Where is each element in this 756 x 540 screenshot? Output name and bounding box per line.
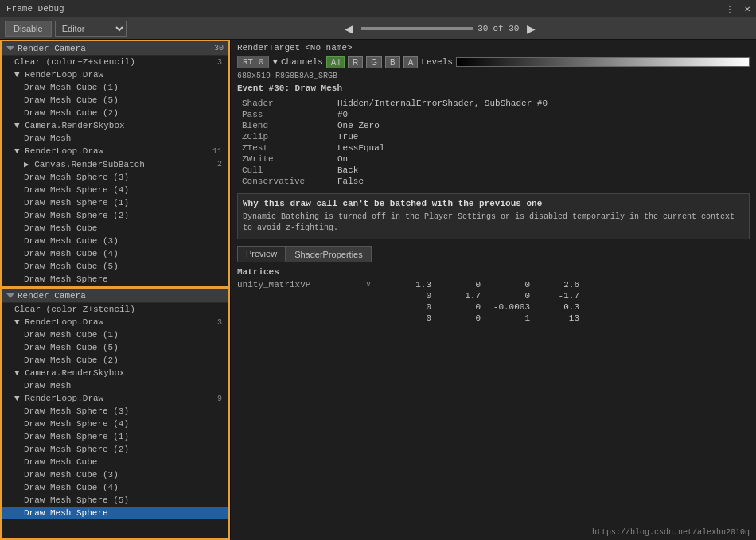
matrix-value: -0.0003 <box>482 302 530 312</box>
close-button[interactable]: ✕ <box>738 0 756 17</box>
tree-item[interactable]: Draw Mesh Sphere <box>2 507 228 519</box>
tree-item[interactable]: Draw Mesh Sphere <box>2 273 228 286</box>
property-row: ShaderHidden/InternalErrorShader, SubSha… <box>237 98 750 109</box>
top-tree: Clear (color+Z+stencil)3▼ RenderLoop.Dra… <box>2 56 228 286</box>
watermark: https://blog.csdn.net/alexhu2010q <box>592 528 750 537</box>
tree-item[interactable]: Draw Mesh Cube (2) <box>2 354 228 367</box>
frame-slider[interactable] <box>361 27 473 30</box>
matrix-value: 1.7 <box>433 291 481 301</box>
tree-item[interactable]: Draw Mesh Sphere (3) <box>2 171 228 184</box>
matrix-row: unity_MatrixVPv1.3002.6 <box>237 280 750 289</box>
bottom-tree-section: Render Camera Clear (color+Z+stencil)▼ R… <box>0 287 230 540</box>
tab-preview[interactable]: Preview <box>237 246 286 262</box>
render-target-bar: RenderTarget <No name> <box>237 43 750 52</box>
tree-item[interactable]: Draw Mesh Cube (3) <box>2 235 228 247</box>
property-value: Hidden/InternalErrorShader, SubShader #0 <box>333 98 750 109</box>
channel-a-button[interactable]: A <box>403 56 419 68</box>
matrices-section: Matrices unity_MatrixVPv1.3002.601.70-1.… <box>237 267 750 324</box>
channels-label: Channels <box>281 57 323 67</box>
property-key: ZClip <box>237 131 333 142</box>
tree-item[interactable]: ▼ RenderLoop.Draw3 <box>2 316 228 328</box>
property-row: CullBack <box>237 165 750 176</box>
top-section-title: Render Camera <box>18 44 86 53</box>
title-bar-text: Frame Debug <box>6 4 64 14</box>
channel-g-button[interactable]: G <box>366 56 382 68</box>
tabs-bar: Preview ShaderProperties <box>237 246 750 262</box>
tree-item[interactable]: Draw Mesh Cube <box>2 456 228 468</box>
property-key: Blend <box>237 120 333 131</box>
tree-item[interactable]: Draw Mesh Cube (5) <box>2 260 228 273</box>
tree-item[interactable]: Draw Mesh Cube (4) <box>2 247 228 260</box>
tree-item[interactable]: Draw Mesh Cube (4) <box>2 481 228 494</box>
tree-item[interactable]: Draw Mesh Cube (1) <box>2 81 228 94</box>
matrix-value: 0 <box>433 313 481 323</box>
property-row: BlendOne Zero <box>237 120 750 131</box>
tree-item[interactable]: Draw Mesh Sphere (4) <box>2 418 228 430</box>
tree-item[interactable]: Draw Mesh Cube <box>2 222 228 235</box>
property-value: LessEqual <box>333 142 750 153</box>
rt-num: RT 0 <box>237 56 269 68</box>
tree-item[interactable]: Draw Mesh Sphere (1) <box>2 196 228 209</box>
tree-item[interactable]: ▼ RenderLoop.Draw <box>2 68 228 81</box>
menu-icon[interactable]: ⋮ <box>721 0 738 17</box>
property-key: ZTest <box>237 142 333 153</box>
editor-select[interactable]: Editor <box>55 21 127 37</box>
right-panel: RenderTarget <No name> RT 0 ▼ Channels A… <box>231 40 756 540</box>
top-section-header: Render Camera 30 <box>2 41 228 56</box>
tree-item[interactable]: ▼ Camera.RenderSkybox <box>2 119 228 132</box>
matrix-value: 2.6 <box>532 280 579 289</box>
tree-item[interactable]: Draw Mesh Sphere (3) <box>2 405 228 418</box>
property-key: Shader <box>237 98 333 109</box>
tab-shader-properties[interactable]: ShaderProperties <box>286 246 372 262</box>
disable-button[interactable]: Disable <box>5 21 52 37</box>
tree-item[interactable]: Draw Mesh Cube (5) <box>2 341 228 354</box>
tree-item[interactable]: Draw Mesh Cube (1) <box>2 328 228 341</box>
tree-item[interactable]: Draw Mesh Sphere (1) <box>2 430 228 443</box>
property-value: On <box>333 153 750 165</box>
property-key: ZWrite <box>237 153 333 165</box>
matrix-value: 1 <box>482 313 530 323</box>
matrix-row: 00113 <box>237 313 750 323</box>
tree-item[interactable]: Draw Mesh Sphere (2) <box>2 209 228 222</box>
property-row: ZTestLessEqual <box>237 142 750 153</box>
collapse-icon <box>6 46 14 51</box>
tree-item[interactable]: Draw Mesh Cube (3) <box>2 468 228 481</box>
tree-item[interactable]: ▼ RenderLoop.Draw9 <box>2 392 228 405</box>
tree-item[interactable]: Draw Mesh Sphere (2) <box>2 443 228 456</box>
matrix-value: 0 <box>384 291 431 301</box>
property-row: ConservativeFalse <box>237 176 750 187</box>
frame-number: 30 <box>477 24 488 33</box>
tree-item[interactable]: ▼ Camera.RenderSkybox <box>2 367 228 379</box>
property-row: Pass#0 <box>237 109 750 120</box>
collapse-icon-2 <box>6 293 14 298</box>
channel-b-button[interactable]: B <box>385 56 400 68</box>
property-value: Back <box>333 165 750 176</box>
channel-all-button[interactable]: All <box>326 56 345 68</box>
bottom-section-title: Render Camera <box>18 291 86 301</box>
channel-r-button[interactable]: R <box>348 56 363 68</box>
tree-item[interactable]: Draw Mesh Cube (2) <box>2 107 228 119</box>
tree-item[interactable]: Draw Mesh Sphere (5) <box>2 494 228 507</box>
channels-dropdown-icon: ▼ <box>272 57 278 67</box>
matrix-value: 0 <box>482 280 530 289</box>
tree-item[interactable]: Draw Mesh Cube (5) <box>2 94 228 107</box>
resolution-line: 680x519 R8G8B8A8_SRGB <box>237 72 750 80</box>
next-frame-button[interactable]: ▶ <box>524 22 539 35</box>
frame-total: of 30 <box>493 24 519 33</box>
event-title: Event #30: Draw Mesh <box>237 84 750 93</box>
prev-frame-button[interactable]: ◀ <box>341 22 357 35</box>
tree-item[interactable]: Clear (color+Z+stencil) <box>2 303 228 316</box>
tree-item[interactable]: ▶ Canvas.RenderSubBatch2 <box>2 157 228 171</box>
tree-item[interactable]: Draw Mesh Sphere (4) <box>2 184 228 196</box>
matrix-value: 0 <box>433 280 481 289</box>
render-target-value: <No name> <box>305 43 352 52</box>
matrix-value: 0.3 <box>532 302 579 312</box>
matrix-value: 0 <box>384 302 431 312</box>
tree-item[interactable]: Draw Mesh <box>2 379 228 392</box>
tree-item[interactable]: ▼ RenderLoop.Draw11 <box>2 145 228 157</box>
matrix-value: 13 <box>532 313 579 323</box>
tree-item[interactable]: Clear (color+Z+stencil)3 <box>2 56 228 68</box>
tree-item[interactable]: Draw Mesh <box>2 132 228 145</box>
bottom-section-header: Render Camera <box>2 289 228 303</box>
property-value: False <box>333 176 750 187</box>
